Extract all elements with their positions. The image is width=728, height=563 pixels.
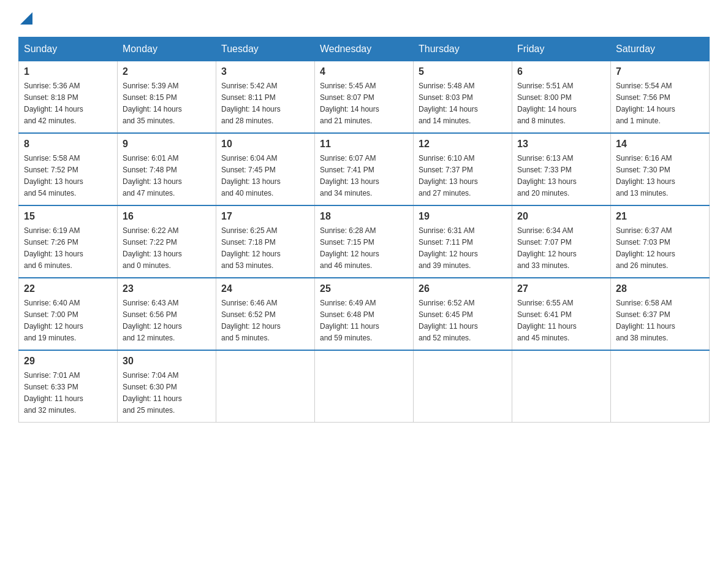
day-cell: 28 Sunrise: 6:58 AMSunset: 6:37 PMDaylig… [611,278,710,350]
day-info: Sunrise: 6:13 AMSunset: 7:33 PMDaylight:… [517,154,577,197]
day-number: 27 [517,283,605,294]
day-cell: 1 Sunrise: 5:36 AMSunset: 8:18 PMDayligh… [19,61,118,134]
day-cell: 6 Sunrise: 5:51 AMSunset: 8:00 PMDayligh… [512,61,611,134]
day-number: 17 [221,211,309,222]
header [18,12,710,25]
column-header-saturday: Saturday [611,37,710,61]
day-cell: 16 Sunrise: 6:22 AMSunset: 7:22 PMDaylig… [118,205,216,278]
day-info: Sunrise: 6:52 AMSunset: 6:45 PMDaylight:… [419,299,478,342]
day-info: Sunrise: 6:10 AMSunset: 7:37 PMDaylight:… [419,154,478,197]
column-header-thursday: Thursday [414,37,512,61]
day-info: Sunrise: 6:46 AMSunset: 6:52 PMDaylight:… [221,299,281,342]
day-info: Sunrise: 6:49 AMSunset: 6:48 PMDaylight:… [320,299,379,342]
day-number: 10 [221,139,309,150]
day-cell: 17 Sunrise: 6:25 AMSunset: 7:18 PMDaylig… [216,205,315,278]
column-header-sunday: Sunday [19,37,118,61]
day-number: 18 [320,211,408,222]
day-number: 22 [24,283,112,294]
day-cell [414,350,512,423]
day-number: 1 [24,66,112,77]
week-row-4: 22 Sunrise: 6:40 AMSunset: 7:00 PMDaylig… [19,278,710,350]
day-info: Sunrise: 6:55 AMSunset: 6:41 PMDaylight:… [517,299,577,342]
calendar-table: SundayMondayTuesdayWednesdayThursdayFrid… [18,37,710,423]
day-info: Sunrise: 6:31 AMSunset: 7:11 PMDaylight:… [419,226,478,270]
day-number: 5 [419,66,507,77]
day-info: Sunrise: 6:40 AMSunset: 7:00 PMDaylight:… [24,299,83,342]
day-info: Sunrise: 6:19 AMSunset: 7:26 PMDaylight:… [24,226,83,270]
day-number: 16 [123,211,211,222]
logo [18,12,32,25]
day-number: 3 [221,66,309,77]
day-number: 30 [123,356,211,367]
day-cell: 14 Sunrise: 6:16 AMSunset: 7:30 PMDaylig… [611,133,710,205]
day-number: 4 [320,66,408,77]
day-number: 28 [616,283,704,294]
day-cell: 10 Sunrise: 6:04 AMSunset: 7:45 PMDaylig… [216,133,315,205]
day-info: Sunrise: 5:48 AMSunset: 8:03 PMDaylight:… [419,82,478,125]
day-info: Sunrise: 5:51 AMSunset: 8:00 PMDaylight:… [517,82,577,125]
day-cell: 4 Sunrise: 5:45 AMSunset: 8:07 PMDayligh… [315,61,414,134]
day-number: 24 [221,283,309,294]
day-info: Sunrise: 7:01 AMSunset: 6:33 PMDaylight:… [24,371,83,415]
day-info: Sunrise: 6:28 AMSunset: 7:15 PMDaylight:… [320,226,379,270]
day-cell: 12 Sunrise: 6:10 AMSunset: 7:37 PMDaylig… [414,133,512,205]
day-cell: 25 Sunrise: 6:49 AMSunset: 6:48 PMDaylig… [315,278,414,350]
day-number: 11 [320,139,408,150]
day-number: 19 [419,211,507,222]
day-number: 6 [517,66,605,77]
day-cell: 23 Sunrise: 6:43 AMSunset: 6:56 PMDaylig… [118,278,216,350]
day-cell: 9 Sunrise: 6:01 AMSunset: 7:48 PMDayligh… [118,133,216,205]
day-number: 21 [616,211,704,222]
day-cell: 26 Sunrise: 6:52 AMSunset: 6:45 PMDaylig… [414,278,512,350]
day-cell: 5 Sunrise: 5:48 AMSunset: 8:03 PMDayligh… [414,61,512,134]
day-info: Sunrise: 6:07 AMSunset: 7:41 PMDaylight:… [320,154,379,197]
day-cell [512,350,611,423]
day-info: Sunrise: 6:37 AMSunset: 7:03 PMDaylight:… [616,226,675,270]
column-header-monday: Monday [118,37,216,61]
day-cell: 27 Sunrise: 6:55 AMSunset: 6:41 PMDaylig… [512,278,611,350]
day-number: 15 [24,211,112,222]
day-info: Sunrise: 6:04 AMSunset: 7:45 PMDaylight:… [221,154,281,197]
day-number: 7 [616,66,704,77]
day-info: Sunrise: 7:04 AMSunset: 6:30 PMDaylight:… [123,371,182,415]
day-number: 29 [24,356,112,367]
logo-blue-part [18,12,32,25]
day-info: Sunrise: 5:39 AMSunset: 8:15 PMDaylight:… [123,82,182,125]
column-header-tuesday: Tuesday [216,37,315,61]
day-cell: 2 Sunrise: 5:39 AMSunset: 8:15 PMDayligh… [118,61,216,134]
day-cell: 29 Sunrise: 7:01 AMSunset: 6:33 PMDaylig… [19,350,118,423]
day-cell: 11 Sunrise: 6:07 AMSunset: 7:41 PMDaylig… [315,133,414,205]
day-cell: 18 Sunrise: 6:28 AMSunset: 7:15 PMDaylig… [315,205,414,278]
day-number: 8 [24,139,112,150]
day-number: 13 [517,139,605,150]
day-cell: 30 Sunrise: 7:04 AMSunset: 6:30 PMDaylig… [118,350,216,423]
day-number: 9 [123,139,211,150]
day-cell [315,350,414,423]
day-cell [611,350,710,423]
day-info: Sunrise: 6:34 AMSunset: 7:07 PMDaylight:… [517,226,577,270]
column-header-wednesday: Wednesday [315,37,414,61]
day-info: Sunrise: 6:16 AMSunset: 7:30 PMDaylight:… [616,154,675,197]
day-info: Sunrise: 5:42 AMSunset: 8:11 PMDaylight:… [221,82,281,125]
column-header-friday: Friday [512,37,611,61]
day-number: 14 [616,139,704,150]
day-cell: 19 Sunrise: 6:31 AMSunset: 7:11 PMDaylig… [414,205,512,278]
day-cell [216,350,315,423]
day-info: Sunrise: 6:22 AMSunset: 7:22 PMDaylight:… [123,226,182,270]
day-cell: 7 Sunrise: 5:54 AMSunset: 7:56 PMDayligh… [611,61,710,134]
header-row: SundayMondayTuesdayWednesdayThursdayFrid… [19,37,710,61]
week-row-3: 15 Sunrise: 6:19 AMSunset: 7:26 PMDaylig… [19,205,710,278]
day-info: Sunrise: 5:58 AMSunset: 7:52 PMDaylight:… [24,154,83,197]
day-info: Sunrise: 5:45 AMSunset: 8:07 PMDaylight:… [320,82,379,125]
day-number: 20 [517,211,605,222]
week-row-2: 8 Sunrise: 5:58 AMSunset: 7:52 PMDayligh… [19,133,710,205]
day-number: 25 [320,283,408,294]
day-cell: 24 Sunrise: 6:46 AMSunset: 6:52 PMDaylig… [216,278,315,350]
day-info: Sunrise: 6:01 AMSunset: 7:48 PMDaylight:… [123,154,182,197]
day-number: 12 [419,139,507,150]
day-cell: 15 Sunrise: 6:19 AMSunset: 7:26 PMDaylig… [19,205,118,278]
day-info: Sunrise: 5:54 AMSunset: 7:56 PMDaylight:… [616,82,675,125]
day-cell: 21 Sunrise: 6:37 AMSunset: 7:03 PMDaylig… [611,205,710,278]
day-info: Sunrise: 6:43 AMSunset: 6:56 PMDaylight:… [123,299,182,342]
day-info: Sunrise: 6:58 AMSunset: 6:37 PMDaylight:… [616,299,675,342]
